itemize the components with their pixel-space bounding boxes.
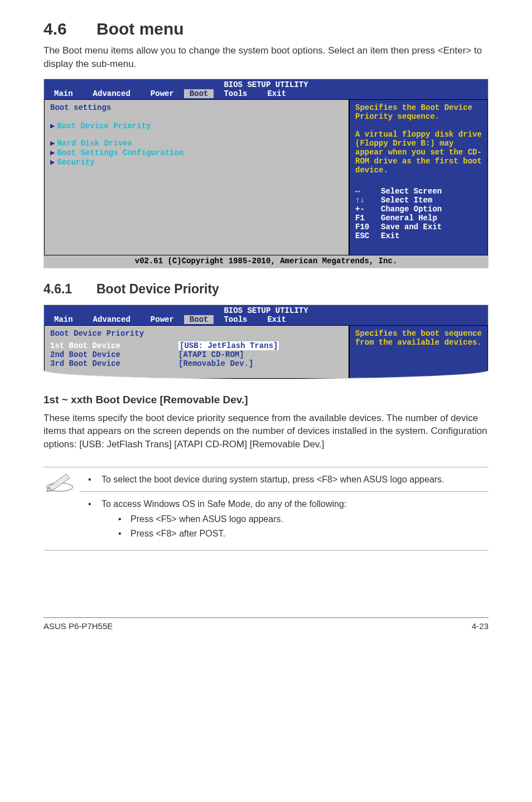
bios-tab-exit: Exit — [257, 89, 296, 98]
bios-key-help: ↔Select Screen ↑↓Select Item +-Change Op… — [355, 187, 482, 240]
bios-help-text: Specifies the boot sequence from the ava… — [355, 329, 482, 347]
menu-item-boot-settings-config: ▶Boot Settings Configuration — [50, 148, 343, 157]
bios-screenshot-boot-menu: BIOS SETUP UTILITY Main Advanced Power B… — [43, 79, 489, 268]
subsection-number: 4.6.1 — [43, 282, 96, 297]
note-icon — [43, 473, 84, 494]
footer-product: ASUS P6-P7H55E — [43, 621, 113, 631]
option-heading: 1st ~ xxth Boot Device [Removable Dev.] — [43, 394, 489, 406]
bios-tab-power: Power — [141, 315, 184, 324]
bios-panel-heading: Boot settings — [50, 103, 343, 112]
bios-tab-boot: Boot — [184, 89, 214, 98]
bios-tab-main: Main — [44, 315, 83, 324]
bios-help-panel: Specifies the Boot Device Priority seque… — [349, 99, 488, 255]
bios-left-panel: Boot settings ▶Boot Device Priority ▶Har… — [44, 99, 349, 255]
bios-tab-advanced: Advanced — [83, 315, 141, 324]
svg-marker-1 — [49, 474, 70, 491]
footer-page-number: 4-23 — [472, 621, 489, 631]
boot-device-row-2: 2nd Boot Device [ATAPI CD-ROM] — [50, 350, 343, 359]
section-heading: 4.6Boot menu — [43, 20, 489, 38]
note-item-1: To select the boot device during system … — [86, 473, 489, 486]
note-subitem-2: Press <F8> after POST. — [118, 527, 489, 540]
bios-tab-exit: Exit — [257, 315, 296, 324]
bios-tab-advanced: Advanced — [83, 89, 141, 98]
bios-tab-main: Main — [44, 89, 83, 98]
menu-item-boot-device-priority: ▶Boot Device Priority — [50, 121, 343, 131]
menu-item-security: ▶Security — [50, 157, 343, 167]
subsection-heading: 4.6.1Boot Device Priority — [43, 282, 489, 297]
bios-left-panel: Boot Device Priority 1st Boot Device [US… — [44, 325, 349, 379]
note-block: To select the boot device during system … — [43, 467, 489, 550]
option-body: These items specify the boot device prio… — [43, 412, 489, 451]
boot-device-row-3: 3rd Boot Device [Removable Dev.] — [50, 359, 343, 368]
page-footer: ASUS P6-P7H55E 4-23 — [43, 617, 489, 631]
bios-screenshot-boot-priority: BIOS SETUP UTILITY Main Advanced Power B… — [43, 305, 489, 379]
bios-tab-bar: Main Advanced Power Boot Tools Exit — [44, 89, 488, 99]
section-intro: The Boot menu items allow you to change … — [43, 44, 489, 71]
bios-tab-bar: Main Advanced Power Boot Tools Exit — [44, 315, 488, 325]
bios-footer: v02.61 (C)Copyright 1985-2010, American … — [44, 255, 488, 268]
section-number: 4.6 — [43, 20, 96, 38]
bios-tab-boot: Boot — [184, 315, 214, 324]
pencil-icon — [46, 473, 74, 492]
note-subitem-1: Press <F5> when ASUS logo appears. — [118, 513, 489, 525]
bios-help-panel: Specifies the boot sequence from the ava… — [349, 325, 488, 379]
bios-tab-tools: Tools — [214, 89, 257, 98]
bios-panel-heading: Boot Device Priority — [50, 329, 343, 338]
bios-tab-tools: Tools — [214, 315, 257, 324]
section-title: Boot menu — [96, 20, 184, 38]
subsection-title: Boot Device Priority — [96, 282, 219, 296]
note-item-2: To access Windows OS in Safe Mode, do an… — [86, 497, 489, 540]
bios-title: BIOS SETUP UTILITY — [44, 305, 488, 315]
menu-item-hard-disk-drives: ▶Hard Disk Drives — [50, 138, 343, 148]
bios-tab-power: Power — [141, 89, 184, 98]
boot-device-row-1: 1st Boot Device [USB: JetFlash Trans] — [50, 341, 343, 350]
note-content: To select the boot device during system … — [84, 473, 489, 544]
bios-help-text: Specifies the Boot Device Priority seque… — [355, 103, 482, 175]
bios-title: BIOS SETUP UTILITY — [44, 79, 488, 89]
